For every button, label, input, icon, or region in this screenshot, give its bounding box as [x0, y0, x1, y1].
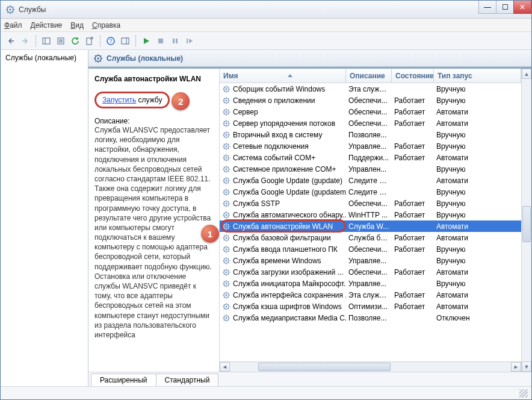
service-startup: Вручную: [434, 257, 521, 265]
svg-rect-15: [176, 39, 178, 43]
service-startup: Автомати: [434, 291, 521, 299]
maximize-button[interactable]: ☐: [496, 1, 514, 14]
service-row[interactable]: Служба загрузки изображений ...Обеспечи.…: [220, 266, 521, 278]
menu-action[interactable]: Действие: [31, 21, 63, 30]
service-row[interactable]: Служба интерфейса сохранения ...Эта служ…: [220, 289, 521, 301]
svg-point-56: [226, 294, 227, 296]
services-icon: [93, 54, 103, 63]
vertical-scrollbar[interactable]: ▲ ▼: [521, 69, 531, 372]
service-row[interactable]: Служба времени WindowsУправляе...Вручную: [220, 255, 521, 266]
back-button[interactable]: [4, 34, 17, 48]
col-name[interactable]: Имя: [220, 69, 346, 83]
service-state: Работает: [392, 302, 434, 311]
service-name: Служба базовой фильтрации: [233, 234, 331, 242]
horizontal-scrollbar[interactable]: ◄ ►: [220, 361, 521, 372]
service-desc: Позволяе...: [346, 131, 392, 139]
service-name: Служба автоматического обнару...: [233, 211, 346, 219]
gear-icon: [222, 268, 230, 277]
show-hide-tree-button[interactable]: [40, 34, 53, 48]
toolbar-separator: [100, 35, 101, 47]
selected-service-title: Служба автонастройки WLAN: [94, 75, 213, 83]
service-row[interactable]: Служба автонастройки WLANСлужба W...Авто…: [220, 220, 521, 232]
menu-help[interactable]: Справка: [92, 21, 120, 30]
start-suffix: службу: [136, 96, 162, 104]
properties-button[interactable]: [54, 34, 67, 48]
forward-button[interactable]: [19, 34, 32, 48]
service-row[interactable]: Сведения о приложенииОбеспечи...Работает…: [220, 95, 521, 106]
service-row[interactable]: Служба Google Update (gupdate)Следите за…: [220, 175, 521, 186]
scroll-left-icon[interactable]: ◄: [220, 362, 230, 372]
service-desc: Обеспечи...: [346, 96, 392, 105]
tab-extended[interactable]: Расширенный: [91, 373, 156, 386]
col-state[interactable]: Состояние: [392, 69, 434, 83]
service-row[interactable]: Служба инициатора Майкрософт...Управляе.…: [220, 278, 521, 289]
tab-standard[interactable]: Стандартный: [156, 373, 219, 386]
scroll-up-icon[interactable]: ▲: [522, 69, 531, 79]
sort-asc-icon: [288, 74, 292, 77]
service-name: Служба интерфейса сохранения ...: [233, 291, 346, 299]
column-headers: Имя Описание Состояние Тип запус: [220, 69, 521, 83]
service-name: Служба Google Update (gupdate): [233, 177, 342, 185]
service-row[interactable]: Сборщик событий WindowsЭта служб...Вручн…: [220, 83, 521, 95]
service-row[interactable]: Сервер упорядочения потоковОбеспечи...Ра…: [220, 117, 521, 129]
service-row[interactable]: Служба автоматического обнару...WinHTTP …: [220, 209, 521, 220]
refresh-button[interactable]: [69, 34, 82, 48]
svg-point-42: [226, 214, 227, 216]
service-name: Сервер: [233, 108, 258, 116]
minimize-button[interactable]: —: [478, 1, 496, 14]
show-hide-action-button[interactable]: [119, 34, 132, 48]
service-state: Работает: [392, 119, 434, 128]
service-row[interactable]: Служба ввода планшетного ПКОбеспечи...Ра…: [220, 243, 521, 255]
service-row[interactable]: Служба медиаприставки Media C...Позволяе…: [220, 312, 521, 323]
service-desc: Обеспечи...: [346, 199, 392, 208]
services-window: Службы — ☐ ✕ Файл Действие Вид Справка ?…: [0, 0, 532, 400]
start-service-area: Запустить службу 2: [94, 92, 213, 108]
status-bar: [1, 386, 531, 399]
service-desc: Обеспечи...: [346, 268, 392, 277]
svg-point-20: [226, 88, 227, 90]
service-startup: Вручную: [434, 165, 521, 173]
service-row[interactable]: Вторичный вход в системуПозволяе...Вручн…: [220, 129, 521, 140]
col-startup[interactable]: Тип запус: [434, 69, 521, 83]
tree-panel: Службы (локальные): [1, 50, 88, 386]
service-state: Работает: [392, 234, 434, 242]
service-row[interactable]: Система событий COM+Поддержи...РаботаетА…: [220, 152, 521, 163]
pause-service-button[interactable]: [169, 34, 182, 48]
service-name: Сервер упорядочения потоков: [233, 119, 335, 128]
start-service-button[interactable]: [140, 34, 153, 48]
service-row[interactable]: СерверОбеспечи...РаботаетАвтомати: [220, 106, 521, 117]
resize-grip-icon[interactable]: [519, 389, 528, 398]
stop-service-button[interactable]: [154, 34, 167, 48]
hscroll-thumb[interactable]: [258, 363, 391, 371]
start-service-link[interactable]: Запустить: [102, 96, 136, 104]
service-state: Работает: [392, 96, 434, 105]
service-name: Сетевые подключения: [233, 142, 309, 151]
menu-view[interactable]: Вид: [70, 21, 84, 30]
gear-icon: [222, 280, 230, 288]
restart-service-button[interactable]: [183, 34, 196, 48]
service-row[interactable]: Сетевые подключенияУправляе...РаботаетВр…: [220, 140, 521, 152]
svg-point-26: [226, 122, 227, 124]
help-button[interactable]: ?: [104, 34, 117, 48]
service-row[interactable]: Служба кэша шрифтов WindowsОптимизи...Ра…: [220, 301, 521, 312]
close-button[interactable]: ✕: [513, 1, 531, 14]
tree-item-services-local[interactable]: Службы (локальные): [3, 52, 85, 63]
menu-file[interactable]: Файл: [4, 21, 22, 30]
service-state: Работает: [392, 268, 434, 277]
service-name: Служба инициатора Майкрософт...: [233, 280, 346, 288]
scroll-down-icon[interactable]: ▼: [522, 361, 531, 372]
service-row[interactable]: Служба SSTPОбеспечи...РаботаетВручную: [220, 198, 521, 209]
service-row[interactable]: Служба базовой фильтрацииСлужба ба...Раб…: [220, 232, 521, 243]
service-row[interactable]: Системное приложение COM+Управлен...Вруч…: [220, 163, 521, 175]
col-description[interactable]: Описание: [346, 69, 392, 83]
service-startup: Вручную: [434, 96, 521, 105]
scroll-right-icon[interactable]: ►: [511, 362, 521, 372]
service-startup: Автомати: [434, 119, 521, 128]
service-row[interactable]: Служба Google Update (gupdatem)Следите з…: [220, 186, 521, 198]
svg-text:?: ?: [109, 38, 112, 44]
panel-header-title: Службы (локальные): [107, 54, 183, 63]
gear-icon: [222, 211, 230, 219]
export-button[interactable]: [83, 34, 96, 48]
vscroll-thumb[interactable]: [522, 206, 531, 242]
service-startup: Автомати: [434, 177, 521, 185]
